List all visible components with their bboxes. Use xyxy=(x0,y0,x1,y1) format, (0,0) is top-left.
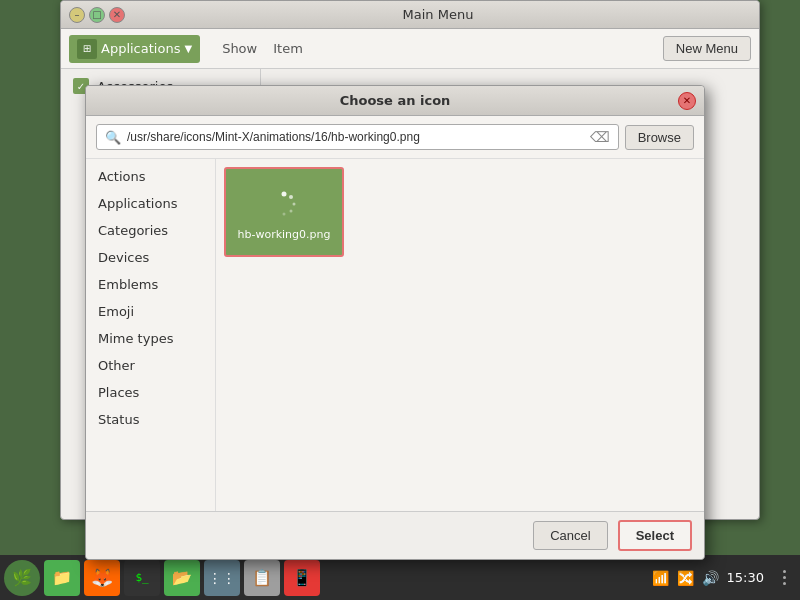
svg-point-4 xyxy=(283,212,286,215)
icon-dialog-footer: Cancel Select xyxy=(86,511,704,559)
search-icon: 🔍 xyxy=(105,130,121,145)
taskbar-right: 📶 🔀 🔊 15:30 xyxy=(652,560,796,596)
taskbar-apps-icon[interactable]: ⋮⋮ xyxy=(204,560,240,596)
dropdown-arrow-icon: ▼ xyxy=(184,43,192,54)
category-item-emoji[interactable]: Emoji xyxy=(86,298,215,325)
icon-preview xyxy=(264,184,304,224)
show-label: Show xyxy=(216,39,263,58)
category-item-mimetypes[interactable]: Mime types xyxy=(86,325,215,352)
category-list: Actions Applications Categories Devices … xyxy=(86,159,216,524)
svg-point-0 xyxy=(282,191,287,196)
close-button[interactable]: ✕ xyxy=(109,7,125,23)
applications-label: Applications xyxy=(101,41,180,56)
taskbar: 🌿 📁 🦊 $_ 📂 ⋮⋮ 📋 📱 📶 🔀 🔊 15:30 xyxy=(0,555,800,600)
icon-grid: hb-working0.png xyxy=(216,159,704,524)
toolbar-labels: Show Item xyxy=(216,39,309,58)
category-item-actions[interactable]: Actions xyxy=(86,163,215,190)
category-item-categories[interactable]: Categories xyxy=(86,217,215,244)
category-item-emblems[interactable]: Emblems xyxy=(86,271,215,298)
icon-filename: hb-working0.png xyxy=(238,228,331,241)
taskbar-folder-icon[interactable]: 📁 xyxy=(44,560,80,596)
taskbar-notes-icon[interactable]: 📋 xyxy=(244,560,280,596)
search-input[interactable] xyxy=(127,130,584,144)
clear-search-icon[interactable]: ⌫ xyxy=(590,129,610,145)
icon-card-selected[interactable]: hb-working0.png xyxy=(224,167,344,257)
icon-dialog-titlebar: Choose an icon ✕ xyxy=(86,86,704,116)
network-icon: 🔀 xyxy=(677,570,694,586)
window-controls: – □ ✕ xyxy=(69,7,125,23)
applications-dropdown[interactable]: ⊞ Applications ▼ xyxy=(69,35,200,63)
cancel-button[interactable]: Cancel xyxy=(533,521,607,550)
search-area: 🔍 ⌫ Browse xyxy=(86,116,704,159)
taskbar-firefox-icon[interactable]: 🦊 xyxy=(84,560,120,596)
icon-dialog: Choose an icon ✕ 🔍 ⌫ Browse Actions Appl… xyxy=(85,85,705,560)
main-menu-titlebar: – □ ✕ Main Menu xyxy=(61,1,759,29)
item-label: Item xyxy=(267,39,309,58)
category-item-status[interactable]: Status xyxy=(86,406,215,433)
taskbar-mint-icon[interactable]: 🌿 xyxy=(4,560,40,596)
icon-dialog-body: Actions Applications Categories Devices … xyxy=(86,159,704,524)
wifi-icon: 📶 xyxy=(652,570,669,586)
select-button[interactable]: Select xyxy=(618,520,692,551)
main-menu-toolbar: ⊞ Applications ▼ Show Item New Menu xyxy=(61,29,759,69)
category-item-places[interactable]: Places xyxy=(86,379,215,406)
browse-button[interactable]: Browse xyxy=(625,125,694,150)
minimize-button[interactable]: – xyxy=(69,7,85,23)
taskbar-mobile-icon[interactable]: 📱 xyxy=(284,560,320,596)
clock: 15:30 xyxy=(727,570,764,585)
new-menu-button[interactable]: New Menu xyxy=(663,36,751,61)
dialog-close-button[interactable]: ✕ xyxy=(678,92,696,110)
category-item-other[interactable]: Other xyxy=(86,352,215,379)
search-box: 🔍 ⌫ xyxy=(96,124,619,150)
svg-point-2 xyxy=(293,202,296,205)
category-item-applications[interactable]: Applications xyxy=(86,190,215,217)
working-icon-svg xyxy=(269,189,299,219)
window-title: Main Menu xyxy=(125,7,751,22)
category-item-devices[interactable]: Devices xyxy=(86,244,215,271)
volume-icon: 🔊 xyxy=(702,570,719,586)
apps-grid-icon: ⊞ xyxy=(77,39,97,59)
svg-point-3 xyxy=(290,209,293,212)
maximize-button[interactable]: □ xyxy=(89,7,105,23)
taskbar-terminal-icon[interactable]: $_ xyxy=(124,560,160,596)
svg-point-1 xyxy=(289,195,293,199)
desktop: – □ ✕ Main Menu ⊞ Applications ▼ Show It… xyxy=(0,0,800,555)
taskbar-files-icon[interactable]: 📂 xyxy=(164,560,200,596)
sidebar-toggle[interactable] xyxy=(772,560,796,596)
dialog-title: Choose an icon xyxy=(340,93,451,108)
